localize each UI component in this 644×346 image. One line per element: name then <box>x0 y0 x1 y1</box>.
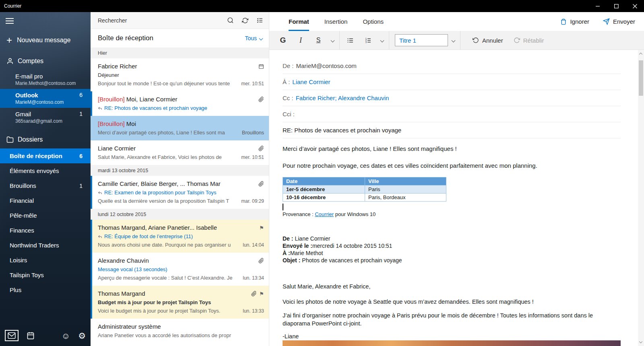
folder-item-more[interactable]: Plus <box>0 282 91 297</box>
date-group-header: Hier <box>91 47 269 58</box>
tab-insertion[interactable]: Insertion <box>324 12 348 31</box>
folder-item-northwind[interactable]: Northwind Traders <box>0 238 91 253</box>
account-item-outlook[interactable]: Outlook6 MarieM@contoso.com <box>0 89 91 108</box>
settings-nav-button[interactable]: ⚙ <box>78 332 86 340</box>
folders-header[interactable]: Dossiers <box>0 131 91 148</box>
accounts-header-label: Comptes <box>18 58 43 65</box>
sidebar: + Nouveau message Comptes E-mail pro Mar… <box>0 12 91 346</box>
message-sender: Administrateur système <box>98 323 264 331</box>
font-options-button[interactable] <box>327 31 338 49</box>
tab-options[interactable]: Options <box>363 12 384 31</box>
send-button[interactable]: Envoyer <box>603 18 635 25</box>
minimize-button[interactable] <box>588 0 607 12</box>
app-title: Courrier <box>0 3 588 9</box>
close-icon <box>633 4 637 8</box>
numbered-list-button[interactable]: 123 <box>359 31 377 49</box>
folders-header-label: Dossiers <box>18 136 43 143</box>
folder-item-loisirs[interactable]: Loisirs <box>0 253 91 268</box>
message-item[interactable]: Thomas Margand, Ariane Panetier... Isabe… <box>91 220 269 253</box>
filter-dropdown[interactable]: Tous <box>245 35 262 41</box>
bcc-field[interactable]: Cci : <box>283 106 621 122</box>
flag-icon: ⚑ <box>259 225 264 231</box>
message-sender: Liane Cormier <box>98 144 255 152</box>
message-item[interactable]: Alexandre Chauvin Message vocal (13 seco… <box>91 253 269 286</box>
paperclip-icon <box>258 97 264 102</box>
account-name: Gmail <box>15 111 31 117</box>
chevron-down-icon <box>380 38 384 42</box>
undo-button[interactable]: Annuler <box>473 37 503 44</box>
compose-editor: De : MarieM@contoso.com À : Liane Cormie… <box>269 50 644 346</box>
to-field[interactable]: À : Liane Cormier <box>283 74 621 90</box>
list-options-button[interactable] <box>377 31 387 49</box>
scroll-down-icon[interactable] <box>639 340 642 343</box>
maximize-icon <box>614 4 619 8</box>
bullet-list-icon <box>347 37 354 44</box>
from-field[interactable]: De : MarieM@contoso.com <box>283 58 621 74</box>
account-item-gmail[interactable]: Gmail1 365sarad@gmail.com <box>0 108 91 127</box>
message-subject: RE: Photos de vacances et prochain voyag… <box>104 105 264 112</box>
account-name: Outlook <box>15 92 38 99</box>
message-date: lun. 13:34 <box>243 274 264 282</box>
hamburger-menu-button[interactable] <box>6 16 14 25</box>
gear-icon: ⚙ <box>78 332 86 340</box>
message-preview: Voici le budget mis à jour pour le proje… <box>98 307 239 315</box>
folder-item-tailspin[interactable]: Tailspin Toys <box>0 268 91 282</box>
discard-button[interactable]: Ignorer <box>560 18 589 25</box>
message-item[interactable]: Camille Cartier, Blaise Berger, ... Thom… <box>91 176 269 209</box>
subject-field[interactable]: RE: Photos de vacances et prochain voyag… <box>283 122 621 138</box>
subject-value: RE: Photos de vacances et prochain voyag… <box>283 127 401 134</box>
search-bar[interactable]: Rechercher <box>91 12 269 29</box>
italic-button[interactable]: I <box>292 31 310 49</box>
message-sender: Thomas Margand <box>98 290 248 298</box>
compose-pane: Format Insertion Options Ignorer <box>269 12 644 346</box>
folder-item-financial[interactable]: Financial <box>0 193 91 208</box>
account-name: E-mail pro <box>15 73 43 80</box>
cc-field[interactable]: Cc : Fabrice Richer; Alexandre Chauvin <box>283 90 621 106</box>
bold-button[interactable]: G <box>274 31 292 49</box>
scrollbar-thumb[interactable] <box>639 60 643 96</box>
courrier-link[interactable]: Courrier <box>315 211 334 217</box>
message-sender: Moi, Liane Cormier <box>125 96 178 103</box>
scroll-up-icon[interactable] <box>639 53 642 56</box>
quoted-paragraph: J’ai fini d’organiser notre prochain voy… <box>283 311 621 327</box>
style-picker[interactable]: Titre 1 <box>395 34 448 46</box>
sync-icon[interactable] <box>242 17 248 24</box>
new-message-button[interactable]: + Nouveau message <box>0 31 91 49</box>
style-name: Titre 1 <box>399 37 416 44</box>
message-subject: RE: Équipe de foot de l’entreprise (11) <box>104 233 264 240</box>
message-item[interactable]: Thomas Margand ⚑ Budget mis à jour pour … <box>91 286 269 319</box>
search-icon[interactable] <box>227 17 234 24</box>
accounts-header[interactable]: Comptes <box>0 52 91 70</box>
folder-item-inbox[interactable]: Boîte de réception6 <box>0 148 91 163</box>
style-dropdown-button[interactable] <box>448 31 458 49</box>
filter-label: Tous <box>245 35 257 41</box>
redo-button[interactable]: Rétablir <box>514 37 544 44</box>
mail-icon <box>8 332 16 339</box>
maximize-button[interactable] <box>607 0 625 12</box>
select-messages-icon[interactable] <box>256 17 263 24</box>
underline-button[interactable]: S <box>310 31 327 49</box>
trip-table[interactable]: Date Ville 1er-5 décembre Paris 10-16 dé… <box>283 177 446 202</box>
emoji-nav-button[interactable]: ☺ <box>62 332 70 340</box>
message-item[interactable]: [Brouillon] Moi, Liane Cormier RE: Photo… <box>91 91 269 116</box>
mail-nav-button[interactable] <box>5 330 19 341</box>
scrollbar[interactable] <box>638 50 644 346</box>
folder-label: Brouillons <box>242 129 264 136</box>
folder-item-drafts[interactable]: Brouillons1 <box>0 178 91 193</box>
tab-format[interactable]: Format <box>289 12 309 31</box>
message-item-selected[interactable]: [Brouillon] Moi Merci d’avoir partagé ce… <box>91 116 269 140</box>
message-item[interactable]: Fabrice Richer Déjeuner Bonjour tout le … <box>91 58 269 91</box>
calendar-nav-button[interactable] <box>27 332 35 340</box>
folder-item-clutter[interactable]: Pêle-mêle <box>0 208 91 223</box>
message-item[interactable]: Liane Cormier Salut Marie, Alexandre et … <box>91 140 269 165</box>
inbox-title: Boîte de réception <box>98 34 153 42</box>
quoted-message-header: De :Liane Cormier Envoyé le :mercredi 14… <box>283 235 621 264</box>
folder-item-sent[interactable]: Éléments envoyés <box>0 163 91 178</box>
folder-item-finances[interactable]: Finances <box>0 223 91 238</box>
message-item[interactable]: Administrateur système Ariane Panetier v… <box>91 319 269 343</box>
bullet-list-button[interactable] <box>341 31 359 49</box>
close-button[interactable] <box>625 0 644 12</box>
message-body[interactable]: Merci d’avoir partagé ces photos, Liane … <box>283 145 621 340</box>
message-list-pane: Rechercher Boîte de réception Tous Hier <box>91 12 269 346</box>
account-item-email-pro[interactable]: E-mail pro Marie.Methot@contoso.com <box>0 70 91 89</box>
